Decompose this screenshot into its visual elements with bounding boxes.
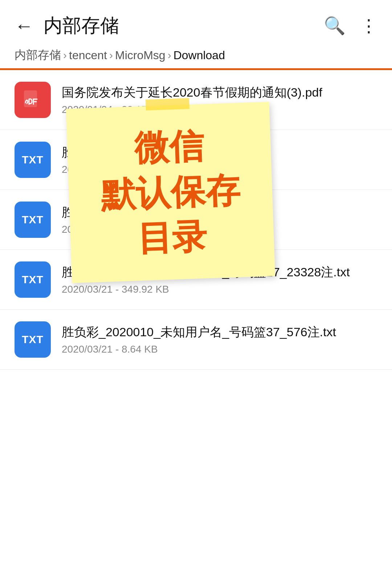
file-name: 国务院发布关于延长2020春节假期的通知(3).pdf (62, 84, 377, 101)
file-icon-txt-3: TXT (15, 261, 51, 298)
breadcrumb: 内部存储 › tencent › MicroMsg › Download (15, 47, 377, 63)
header: ← 内部存储 🔍 ⋮ (0, 0, 392, 47)
file-icon-pdf (15, 82, 51, 118)
file-meta: 2020/03/21 - 8.64 KB (62, 344, 377, 355)
file-icon-txt-4: TXT (15, 321, 51, 358)
breadcrumb-sep-2: › (168, 49, 171, 61)
breadcrumb-item-0[interactable]: 内部存储 (15, 47, 61, 63)
breadcrumb-sep-0: › (63, 49, 67, 61)
breadcrumb-wrapper: 内部存储 › tencent › MicroMsg › Download (0, 47, 392, 70)
breadcrumb-item-1[interactable]: tencent (69, 49, 107, 62)
breadcrumb-item-3[interactable]: Download (173, 49, 225, 62)
pdf-icon-svg (22, 89, 44, 111)
sticky-note-text: 微信默认保存目录 (99, 122, 243, 263)
file-name: 胜负彩_2020010_未知用户名_号码篮37_576注.txt (62, 324, 377, 341)
sticky-note: 微信默认保存目录 (66, 102, 275, 283)
file-info: 胜负彩_2020010_未知用户名_号码篮37_576注.txt 2020/03… (62, 324, 377, 355)
file-icon-txt-2: TXT (15, 202, 51, 238)
file-icon-txt-1: TXT (15, 142, 51, 178)
page-title: 内部存储 (44, 13, 324, 38)
txt-label: TXT (22, 333, 44, 346)
file-meta: 2020/03/21 - 349.92 KB (62, 284, 377, 295)
txt-label: TXT (22, 214, 44, 226)
search-icon[interactable]: 🔍 (324, 16, 346, 36)
txt-label: TXT (22, 273, 44, 286)
txt-label: TXT (22, 154, 44, 166)
header-icons: 🔍 ⋮ (324, 16, 377, 36)
breadcrumb-item-2[interactable]: MicroMsg (115, 49, 166, 62)
breadcrumb-sep-1: › (109, 49, 113, 61)
more-icon[interactable]: ⋮ (360, 16, 377, 36)
back-button[interactable]: ← (15, 16, 33, 35)
list-item[interactable]: TXT 胜负彩_2020010_未知用户名_号码篮37_576注.txt 202… (0, 310, 392, 370)
